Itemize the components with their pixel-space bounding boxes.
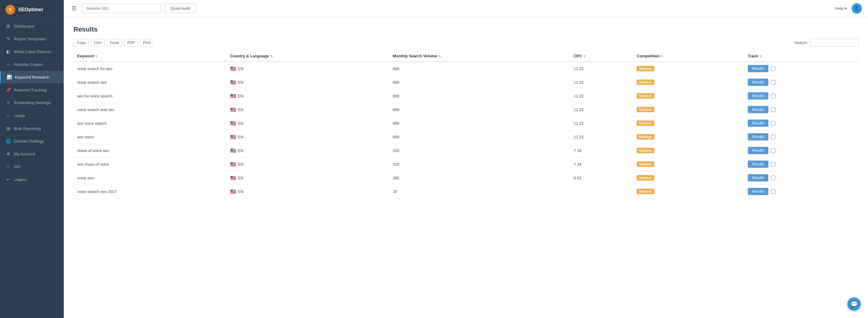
results-button[interactable]: Results bbox=[748, 188, 768, 195]
cell-volume: 30 bbox=[389, 185, 570, 198]
results-button[interactable]: Results bbox=[748, 106, 768, 113]
competition-badge: Medium bbox=[637, 175, 654, 181]
help-button[interactable]: Help ▾ bbox=[835, 6, 847, 11]
cell-country: 🇺🇸 EN bbox=[226, 171, 389, 185]
track-checkbox[interactable] bbox=[771, 94, 775, 98]
results-button[interactable]: Results bbox=[748, 147, 768, 154]
sidebar-item-leads[interactable]: ☆ Leads bbox=[0, 109, 64, 122]
excel-export-button[interactable]: Excel bbox=[106, 39, 122, 46]
track-checkbox[interactable] bbox=[771, 80, 775, 85]
cell-competition: Medium bbox=[633, 157, 744, 171]
sort-icon[interactable]: ⇅ bbox=[270, 55, 273, 58]
col-keyword: Keyword⇅ bbox=[73, 51, 226, 62]
user-avatar[interactable]: 👤 bbox=[851, 3, 862, 14]
results-button[interactable]: Results bbox=[748, 133, 768, 140]
table-row: voice search seo 🇺🇸 EN 880 11.22 Medium … bbox=[73, 75, 858, 89]
sidebar-item-embedding-settings[interactable]: ⌗ Embedding Settings bbox=[0, 96, 64, 109]
search-input[interactable] bbox=[810, 39, 858, 46]
sort-icon[interactable]: ⇅ bbox=[438, 55, 441, 58]
sidebar-label-white-label-reports: White Label Reports bbox=[14, 50, 51, 54]
topbar-right: Help ▾ 👤 bbox=[835, 3, 862, 14]
sort-icon[interactable]: ⇅ bbox=[583, 55, 586, 58]
chat-bubble[interactable]: 💬 bbox=[847, 297, 861, 311]
sort-icon[interactable]: ⇅ bbox=[759, 55, 762, 58]
sidebar-item-white-label-reports[interactable]: ◧ White Label Reports bbox=[0, 45, 64, 58]
track-checkbox[interactable] bbox=[771, 162, 775, 167]
track-checkbox[interactable] bbox=[771, 121, 775, 126]
sidebar-item-website-crawls[interactable]: ⌕ Website Crawls bbox=[0, 58, 64, 71]
col-country-&-language: Country & Language⇅ bbox=[226, 51, 389, 62]
cell-competition: Medium bbox=[633, 103, 744, 117]
results-button[interactable]: Results bbox=[748, 174, 768, 182]
sidebar-label-leads: Leads bbox=[14, 114, 25, 118]
cell-country: 🇺🇸 EN bbox=[226, 62, 389, 75]
language-code: EN bbox=[238, 80, 244, 85]
track-checkbox[interactable] bbox=[771, 66, 775, 71]
hamburger-button[interactable]: ☰ bbox=[70, 4, 78, 13]
results-button[interactable]: Results bbox=[748, 120, 768, 127]
table-header: Keyword⇅Country & Language⇅Monthly Searc… bbox=[73, 51, 858, 62]
cell-keyword: seo share of voice bbox=[73, 157, 226, 171]
col-track: Track⇅ bbox=[744, 51, 858, 62]
sidebar-item-report-templates[interactable]: ✎ Report Templates bbox=[0, 32, 64, 45]
cell-cpc: 7.34 bbox=[570, 157, 633, 171]
competition-badge: Medium bbox=[637, 121, 654, 126]
sidebar-icon-my-account: ⚙ bbox=[5, 151, 11, 156]
sidebar-item-logout[interactable]: ↩ Logout bbox=[0, 173, 64, 186]
results-button[interactable]: Results bbox=[748, 161, 768, 168]
sidebar-item-dashboard[interactable]: ⊞ Dashboard bbox=[0, 20, 64, 32]
url-input[interactable] bbox=[82, 4, 161, 13]
cell-volume: 880 bbox=[389, 130, 570, 144]
flag-icon: 🇺🇸 bbox=[230, 148, 236, 154]
cell-competition: Medium bbox=[633, 62, 744, 75]
pdf-export-button[interactable]: PDF bbox=[124, 39, 138, 46]
sidebar-item-keyword-research[interactable]: 📊 Keyword Research bbox=[0, 71, 64, 84]
topbar: ☰ Quick Audit Help ▾ 👤 bbox=[64, 0, 868, 17]
quick-audit-button[interactable]: Quick Audit bbox=[164, 4, 196, 13]
print-export-button[interactable]: Print bbox=[140, 39, 154, 46]
track-checkbox[interactable] bbox=[771, 107, 775, 112]
cell-track: Results bbox=[744, 103, 858, 117]
cell-country: 🇺🇸 EN bbox=[226, 75, 389, 89]
cell-cpc: 11.22 bbox=[570, 89, 633, 103]
flag-icon: 🇺🇸 bbox=[230, 80, 236, 85]
table-row: voice seo 🇺🇸 EN 260 6.61 Medium Results bbox=[73, 171, 858, 185]
cell-country: 🇺🇸 EN bbox=[226, 130, 389, 144]
sidebar-label-my-account: My Account bbox=[14, 152, 35, 156]
cell-competition: Medium bbox=[633, 185, 744, 198]
csv-export-button[interactable]: CSV bbox=[91, 39, 105, 46]
results-button[interactable]: Results bbox=[748, 92, 768, 99]
col-cpc: CPC⇅ bbox=[570, 51, 633, 62]
cell-competition: Medium bbox=[633, 89, 744, 103]
cell-country: 🇺🇸 EN bbox=[226, 103, 389, 117]
results-button[interactable]: Results bbox=[748, 78, 768, 86]
cell-keyword: voice search for seo bbox=[73, 62, 226, 75]
sort-icon[interactable]: ⇅ bbox=[95, 55, 97, 58]
table-controls: CopyCSVExcelPDFPrintSearch: bbox=[73, 39, 858, 46]
sidebar-label-bulk-reporting: Bulk Reporting bbox=[14, 126, 41, 131]
sort-icon[interactable]: ⇅ bbox=[661, 55, 663, 58]
sidebar-nav: ⊞ Dashboard✎ Report Templates◧ White Lab… bbox=[0, 20, 64, 186]
copy-export-button[interactable]: Copy bbox=[73, 39, 89, 46]
sidebar-item-api[interactable]: ↔ API bbox=[0, 160, 64, 173]
language-code: EN bbox=[238, 176, 244, 180]
cell-cpc: 11.22 bbox=[570, 103, 633, 117]
track-checkbox[interactable] bbox=[771, 148, 775, 153]
sidebar-item-domain-settings[interactable]: 🌐 Domain Settings bbox=[0, 135, 64, 148]
results-button[interactable]: Results bbox=[748, 65, 768, 72]
cell-track: Results bbox=[744, 130, 858, 144]
track-checkbox[interactable] bbox=[771, 135, 775, 139]
main-content: Results CopyCSVExcelPDFPrintSearch: Keyw… bbox=[64, 17, 868, 318]
sidebar-item-bulk-reporting[interactable]: ▤ Bulk Reporting bbox=[0, 122, 64, 135]
sidebar-icon-bulk-reporting: ▤ bbox=[5, 126, 11, 131]
track-checkbox[interactable] bbox=[771, 189, 775, 194]
track-checkbox[interactable] bbox=[771, 176, 775, 180]
sidebar-item-keyword-tracking[interactable]: 📌 Keyword Tracking bbox=[0, 84, 64, 96]
cell-track: Results bbox=[744, 117, 858, 130]
sidebar-item-my-account[interactable]: ⚙ My Account bbox=[0, 148, 64, 160]
competition-badge: Medium bbox=[637, 148, 654, 153]
cell-volume: 320 bbox=[389, 144, 570, 157]
cell-track: Results bbox=[744, 157, 858, 171]
table-row: voice search seo 2017 🇺🇸 EN 30 Medium Re… bbox=[73, 185, 858, 198]
competition-badge: Medium bbox=[637, 80, 654, 85]
